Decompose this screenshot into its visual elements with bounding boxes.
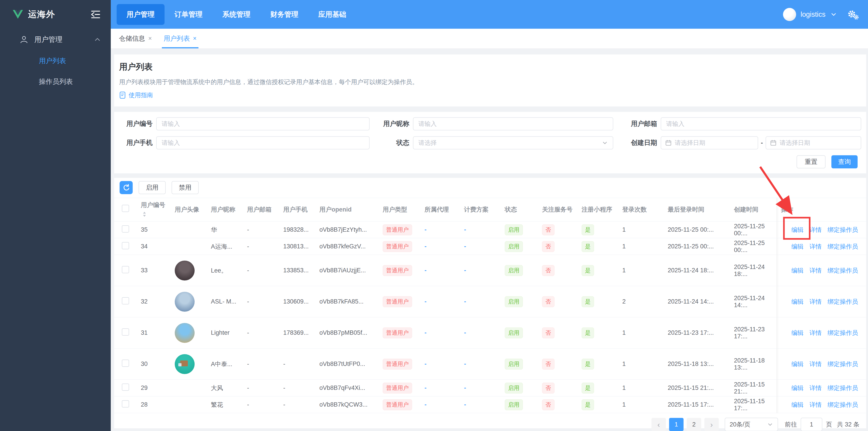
text-input[interactable] xyxy=(418,120,608,127)
tab-仓储信息[interactable]: 仓储信息× xyxy=(119,29,152,49)
cell-plan: - xyxy=(460,286,501,317)
goto-page-input[interactable] xyxy=(801,418,822,431)
action-link-详情[interactable]: 详情 xyxy=(809,361,822,368)
refresh-button[interactable] xyxy=(120,181,133,194)
action-link-绑定操作员[interactable]: 绑定操作员 xyxy=(828,385,858,392)
close-icon[interactable]: × xyxy=(148,35,152,42)
filter-input-用户编号[interactable] xyxy=(156,117,370,130)
sidebar-item-操作员列表[interactable]: 操作员列表 xyxy=(0,71,111,92)
cell-follow: 否 xyxy=(538,380,578,396)
search-button[interactable]: 查询 xyxy=(831,155,858,168)
user-type-badge: 普通用户 xyxy=(383,241,412,252)
sidebar-logo-row: 运海外 xyxy=(0,0,111,29)
column-label: 最后登录时间 xyxy=(668,206,704,213)
page-size-select[interactable]: 20条/页 xyxy=(725,418,778,431)
cell-plan: - xyxy=(460,396,501,413)
prev-page-button[interactable]: ‹ xyxy=(651,418,666,431)
cell-avatar xyxy=(170,221,207,238)
cell-mini-program: 是 xyxy=(578,255,618,286)
text-input[interactable] xyxy=(162,120,364,127)
table-row-user-31: 31Lighter-178369...oVb8B7pMB05f...普通用户--… xyxy=(114,317,867,348)
topnav-item-财务管理[interactable]: 财务管理 xyxy=(260,4,308,25)
user-avatar[interactable] xyxy=(783,8,796,21)
topnav-item-订单管理[interactable]: 订单管理 xyxy=(164,4,213,25)
chevron-down-icon[interactable] xyxy=(830,11,837,18)
action-link-绑定操作员[interactable]: 绑定操作员 xyxy=(828,226,858,233)
cell-last-login: 2025-11-18 13:... xyxy=(664,348,730,380)
text-input[interactable] xyxy=(666,120,856,127)
enable-button[interactable]: 启用 xyxy=(138,181,166,194)
cell-plan: - xyxy=(460,221,501,238)
filter-select-状态[interactable]: 请选择 xyxy=(413,136,613,149)
action-link-绑定操作员[interactable]: 绑定操作员 xyxy=(828,243,858,250)
action-link-详情[interactable]: 详情 xyxy=(809,226,822,233)
guide-link[interactable]: 使用指南 xyxy=(119,91,857,99)
row-checkbox[interactable] xyxy=(122,400,129,407)
action-link-编辑[interactable]: 编辑 xyxy=(792,385,804,392)
action-link-详情[interactable]: 详情 xyxy=(809,298,822,305)
row-checkbox[interactable] xyxy=(122,266,129,273)
action-link-编辑[interactable]: 编辑 xyxy=(792,267,804,274)
action-link-绑定操作员[interactable]: 绑定操作员 xyxy=(828,330,858,336)
action-link-详情[interactable]: 详情 xyxy=(809,385,822,392)
select-all-checkbox[interactable] xyxy=(122,205,129,212)
close-icon[interactable]: × xyxy=(193,35,197,42)
disable-button[interactable]: 禁用 xyxy=(172,181,199,194)
settings-gears-icon[interactable] xyxy=(847,8,859,20)
row-select-cell xyxy=(114,238,137,255)
action-link-详情[interactable]: 详情 xyxy=(809,330,822,336)
action-link-编辑[interactable]: 编辑 xyxy=(792,298,804,305)
action-link-编辑[interactable]: 编辑 xyxy=(792,243,804,250)
column-label: 用户邮箱 xyxy=(247,206,272,213)
topnav-item-用户管理[interactable]: 用户管理 xyxy=(117,4,164,25)
action-link-绑定操作员[interactable]: 绑定操作员 xyxy=(828,361,858,368)
action-link-详情[interactable]: 详情 xyxy=(809,401,822,408)
sidebar-item-用户列表[interactable]: 用户列表 xyxy=(0,51,111,71)
date-end-input[interactable]: 请选择日期 xyxy=(766,136,861,149)
cell-last-login: 2025-11-24 18:... xyxy=(664,255,730,286)
action-link-详情[interactable]: 详情 xyxy=(809,243,822,250)
topnav-item-应用基础[interactable]: 应用基础 xyxy=(308,4,356,25)
action-link-编辑[interactable]: 编辑 xyxy=(792,361,804,368)
column-header-最后登录时间: 最后登录时间 xyxy=(664,198,730,221)
action-link-绑定操作员[interactable]: 绑定操作员 xyxy=(828,267,858,274)
filter-label: 创建日期 xyxy=(613,138,657,147)
row-checkbox[interactable] xyxy=(122,297,129,304)
sidebar-group-users[interactable]: 用户管理 xyxy=(0,29,111,51)
action-link-详情[interactable]: 详情 xyxy=(809,267,822,274)
cell-phone: - xyxy=(279,380,315,396)
action-link-编辑[interactable]: 编辑 xyxy=(792,330,804,336)
action-link-绑定操作员[interactable]: 绑定操作员 xyxy=(828,401,858,408)
row-checkbox[interactable] xyxy=(122,360,129,367)
text-input[interactable] xyxy=(162,140,364,147)
agent-value: - xyxy=(425,298,427,305)
tab-用户列表[interactable]: 用户列表× xyxy=(164,29,197,49)
cell-user-type: 普通用户 xyxy=(379,221,421,238)
sidebar-collapse-icon[interactable] xyxy=(90,9,101,20)
page-button-1[interactable]: 1 xyxy=(669,418,684,431)
filter-input-用户手机[interactable] xyxy=(156,136,370,149)
date-start-input[interactable]: 请选择日期 xyxy=(661,136,758,149)
row-checkbox[interactable] xyxy=(122,242,129,249)
action-link-绑定操作员[interactable]: 绑定操作员 xyxy=(828,298,858,305)
filter-input-用户昵称[interactable] xyxy=(413,117,613,130)
row-checkbox[interactable] xyxy=(122,329,129,336)
filter-input-用户邮箱[interactable] xyxy=(661,117,861,130)
action-link-编辑[interactable]: 编辑 xyxy=(792,401,804,408)
cell-nickname: 华 xyxy=(207,221,243,238)
topnav-item-系统管理[interactable]: 系统管理 xyxy=(213,4,260,25)
table-header-row: 用户编号用户头像用户昵称用户邮箱用户手机用户openid用户类型所属代理计费方案… xyxy=(114,198,867,221)
action-link-编辑[interactable]: 编辑 xyxy=(792,226,804,233)
row-checkbox[interactable] xyxy=(122,383,129,391)
cell-email: - xyxy=(243,221,279,238)
mini-program-badge: 是 xyxy=(582,241,594,252)
column-header-用户编号[interactable]: 用户编号 xyxy=(137,198,170,221)
column-label: 关注服务号 xyxy=(542,206,572,213)
user-name[interactable]: logistics xyxy=(801,10,826,19)
reset-button[interactable]: 重置 xyxy=(797,155,826,168)
page-button-2[interactable]: 2 xyxy=(687,418,701,431)
cell-email: - xyxy=(243,238,279,255)
next-page-button[interactable]: › xyxy=(704,418,719,431)
cell-mini-program: 是 xyxy=(578,348,618,380)
row-checkbox[interactable] xyxy=(122,225,129,233)
